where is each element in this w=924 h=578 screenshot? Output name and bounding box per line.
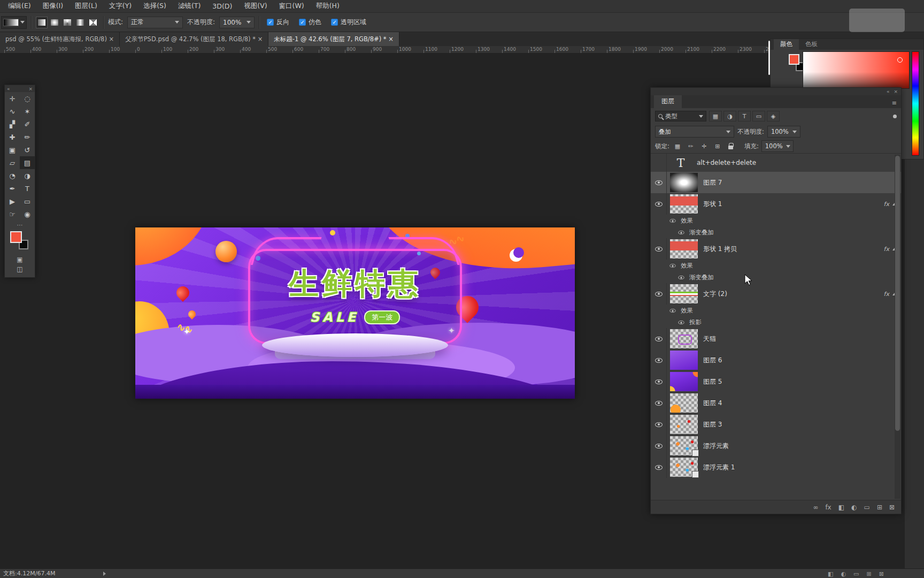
layer-row[interactable]: 图层 4 (651, 392, 901, 414)
blend-mode-select[interactable]: 正常 (127, 17, 183, 28)
pixel-filter-icon[interactable]: ▦ (709, 111, 722, 121)
opacity-select[interactable]: 100% (219, 17, 255, 28)
menu-item[interactable]: 文字(Y) (103, 2, 137, 11)
edit-toolbar-button[interactable]: ⋯ (5, 220, 35, 229)
menu-item[interactable]: 窗口(W) (273, 2, 310, 11)
healing-brush-tool[interactable]: ✚ (5, 131, 20, 143)
layer-effect-row[interactable]: 渐变叠加 (651, 271, 901, 283)
effect-eye-icon[interactable] (678, 230, 684, 234)
status-menu-arrow-icon[interactable] (103, 572, 106, 576)
link-layers-icon[interactable]: ∞ (813, 504, 818, 511)
delete-layer-icon[interactable]: ⊠ (889, 504, 895, 511)
dock-delete-icon[interactable]: ⊠ (879, 571, 884, 577)
layer-thumbnail[interactable] (670, 393, 698, 413)
layer-thumbnail[interactable] (670, 372, 698, 391)
layer-effect-row[interactable]: 效果 (651, 305, 901, 316)
magic-wand-tool[interactable]: ✶ (20, 105, 35, 118)
saturation-brightness-field[interactable] (803, 51, 910, 89)
menu-item[interactable]: 图像(I) (37, 2, 69, 11)
document-tab-active[interactable]: 未标题-1 @ 42.6% (图层 7, RGB/8#) * × (268, 32, 399, 46)
layer-row[interactable]: 漂浮元素 (651, 435, 901, 457)
collapse-icon[interactable]: « (7, 86, 10, 92)
history-brush-tool[interactable]: ↺ (20, 143, 35, 156)
new-layer-icon[interactable]: ⊞ (877, 504, 882, 511)
layer-row-selected[interactable]: 图层 7 (651, 172, 901, 193)
diamond-gradient-button[interactable] (87, 17, 99, 28)
layer-thumbnail[interactable] (670, 458, 698, 477)
layers-scrollbar[interactable] (895, 155, 900, 499)
layer-row[interactable]: 形状 1 拷贝 fx (651, 238, 901, 260)
layer-row[interactable]: 天猫 (651, 328, 901, 349)
dodge-tool[interactable]: ◑ (20, 169, 35, 182)
layer-thumbnail[interactable] (670, 284, 698, 303)
visibility-toggle[interactable] (651, 193, 667, 215)
radial-gradient-button[interactable] (49, 17, 60, 28)
layer-blend-mode-select[interactable]: 叠加 (655, 126, 734, 138)
panel-menu-icon[interactable]: ≡ (892, 100, 897, 108)
adjustment-filter-icon[interactable]: ◑ (723, 111, 736, 121)
filter-toggle-dot[interactable] (893, 115, 897, 118)
foreground-color-swatch[interactable] (789, 54, 799, 65)
visibility-toggle[interactable] (651, 349, 667, 371)
type-tool[interactable]: T (20, 182, 35, 195)
layer-thumbnail[interactable] (670, 173, 698, 192)
visibility-toggle[interactable] (651, 392, 667, 414)
tab-swatches[interactable]: 色板 (799, 39, 824, 50)
visibility-toggle[interactable] (651, 435, 667, 457)
dock-group-icon[interactable]: ▭ (853, 571, 859, 577)
dock-mask-icon[interactable]: ◧ (828, 571, 833, 577)
layer-effect-row[interactable]: 效果 (651, 260, 901, 271)
effect-eye-icon[interactable] (669, 263, 675, 267)
layer-row[interactable]: T alt+delete+delete (651, 154, 901, 172)
menu-item[interactable]: 图层(L) (69, 2, 103, 11)
lock-image-pixels-icon[interactable]: ✏ (686, 141, 696, 151)
marquee-tool[interactable]: ◌ (20, 92, 35, 105)
crop-tool[interactable]: ▞ (5, 118, 20, 131)
layer-thumbnail[interactable] (670, 329, 698, 348)
visibility-toggle[interactable] (651, 371, 667, 392)
quick-mask-icon[interactable]: ▣ (17, 256, 22, 263)
effect-eye-icon[interactable] (678, 275, 684, 279)
scrollbar-thumb[interactable] (895, 156, 900, 431)
tab-layers[interactable]: 图层 (654, 95, 682, 108)
eraser-tool[interactable]: ▱ (5, 156, 20, 169)
zoom-tool[interactable]: ◉ (20, 208, 35, 220)
visibility-toggle[interactable] (651, 238, 667, 260)
hue-slider[interactable] (912, 51, 919, 156)
gradient-tool[interactable]: ▤ (20, 156, 35, 169)
eyedropper-tool[interactable]: ✐ (20, 118, 35, 131)
dock-new-layer-icon[interactable]: ⊞ (866, 571, 871, 577)
move-tool[interactable]: ✛ (5, 92, 20, 105)
lock-position-icon[interactable]: ✛ (699, 141, 710, 151)
linear-gradient-button[interactable] (36, 17, 48, 28)
menu-item[interactable]: 视图(V) (238, 2, 273, 11)
options-checkbox[interactable]: ✓ 反向 (267, 18, 289, 27)
layer-effect-row[interactable]: 效果 (651, 215, 901, 226)
lock-all-icon[interactable] (726, 141, 736, 151)
document-canvas[interactable]: 生鲜特惠 SALE 第一波 ∿∿ ∿∿ ✦ ✦ (135, 227, 575, 399)
layer-thumbnail[interactable] (670, 239, 698, 258)
tab-color[interactable]: 颜色 (774, 39, 799, 50)
layer-row[interactable]: 文字 (2) fx (651, 283, 901, 305)
foreground-color-swatch[interactable] (10, 231, 22, 243)
brush-tool[interactable]: ✏ (20, 131, 35, 143)
screen-mode-icon[interactable]: ◫ (17, 265, 22, 273)
menu-item[interactable]: 3D(D) (206, 2, 238, 10)
pen-tool[interactable]: ✒ (5, 182, 20, 195)
blur-tool[interactable]: ◔ (5, 169, 20, 182)
effect-eye-icon[interactable] (669, 308, 675, 312)
layer-effect-row[interactable]: 投影 (651, 316, 901, 328)
menu-item[interactable]: 选择(S) (137, 2, 172, 11)
layer-thumbnail[interactable] (670, 436, 698, 455)
clone-stamp-tool[interactable]: ▣ (5, 143, 20, 156)
layer-row[interactable]: 形状 1 fx (651, 193, 901, 215)
layer-row[interactable]: 漂浮元素 1 (651, 457, 901, 478)
dock-adjustment-icon[interactable]: ◐ (841, 571, 846, 577)
layer-row[interactable]: 图层 3 (651, 414, 901, 435)
type-filter-icon[interactable]: T (738, 111, 751, 121)
lock-artboard-icon[interactable]: ⊞ (712, 141, 723, 151)
layer-row[interactable]: 图层 6 (651, 349, 901, 371)
menu-item[interactable]: 滤镜(T) (172, 2, 206, 11)
layer-effect-row[interactable]: 渐变叠加 (651, 226, 901, 238)
menu-item[interactable]: 帮助(H) (310, 2, 345, 11)
